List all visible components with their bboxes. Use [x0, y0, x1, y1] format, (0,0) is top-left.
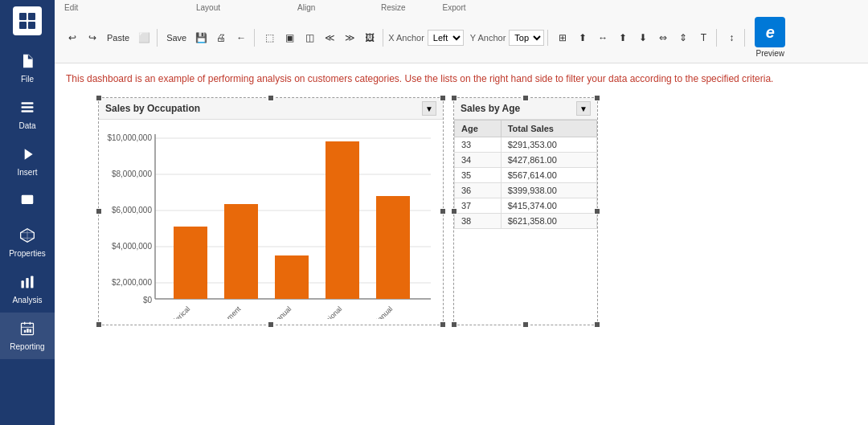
toolbar: Edit Layout Align Resize Export ↩ ↪ Past… — [55, 0, 868, 63]
info-text: This dashboard is an example of performi… — [66, 72, 857, 86]
handle-top-center[interactable] — [268, 95, 274, 101]
svg-rect-12 — [26, 278, 28, 288]
sidebar-item-data[interactable]: Data — [0, 92, 55, 138]
handle-middle-right[interactable] — [440, 208, 446, 215]
svg-rect-13 — [31, 276, 33, 288]
save-group: Save 💾 🖨 ← — [159, 29, 255, 47]
table-handle-top-right[interactable] — [594, 95, 600, 101]
sidebar-item-insert[interactable]: Insert — [0, 138, 55, 185]
insert-icon — [19, 146, 35, 165]
svg-rect-0 — [19, 13, 27, 20]
svg-rect-6 — [22, 110, 34, 112]
back-button[interactable]: ← — [231, 29, 251, 47]
align-left-btn[interactable]: ⊞ — [553, 29, 572, 47]
layout-btn3[interactable]: ◫ — [300, 29, 319, 47]
layout-btn5[interactable]: ≫ — [340, 29, 359, 47]
resize-to-text-btn[interactable]: T — [694, 29, 713, 47]
align-bottom-btn[interactable]: ⬇ — [633, 29, 653, 47]
content-area: This dashboard is an example of performi… — [55, 63, 868, 425]
handle-bottom-center[interactable] — [268, 321, 274, 328]
image-btn[interactable]: 🖼 — [360, 29, 379, 47]
cell-age: 35 — [455, 168, 502, 183]
sidebar-item-reporting[interactable]: Reporting — [0, 313, 55, 359]
sidebar-item-analysis[interactable]: Analysis — [0, 266, 55, 313]
preview-label: Preview — [756, 49, 785, 58]
table-handle-bottom-right[interactable] — [594, 321, 600, 328]
table-header-row: Age Total Sales — [455, 121, 597, 137]
undo-button[interactable]: ↩ — [63, 29, 82, 47]
print-button[interactable]: 🖨 — [211, 29, 231, 47]
align-center-v-btn[interactable]: ⬆ — [613, 29, 633, 47]
distribute-v-btn[interactable]: ⇕ — [674, 29, 693, 47]
layout-btn1[interactable]: ⬚ — [260, 29, 279, 47]
sidebar-item-message[interactable] — [0, 185, 55, 219]
col-age: Age — [455, 121, 502, 137]
table-row: 38$621,358.00 — [455, 214, 597, 229]
svg-rect-5 — [22, 106, 34, 108]
y-anchor-label: Y Anchor — [470, 33, 506, 43]
chart-title: Sales by Occupation — [105, 103, 200, 114]
export-group: e Preview — [747, 15, 793, 59]
y-anchor-select[interactable]: Top — [509, 30, 544, 46]
table-menu-button[interactable]: ▼ — [576, 101, 591, 116]
table-handle-top-center[interactable] — [522, 95, 529, 101]
table-handle-middle-left[interactable] — [451, 208, 457, 215]
data-icon — [19, 100, 35, 118]
svg-text:Skilled Manual: Skilled Manual — [355, 304, 394, 319]
svg-text:$10,000,000: $10,000,000 — [107, 133, 152, 142]
cell-age: 37 — [455, 198, 502, 214]
layout-btn2[interactable]: ▣ — [280, 29, 299, 47]
handle-bottom-right[interactable] — [440, 321, 446, 328]
chart-menu-button[interactable]: ▼ — [422, 101, 436, 116]
svg-text:Manual: Manual — [270, 304, 293, 319]
sales-age-table: Age Total Sales 33$291,353.0034$427,861.… — [454, 120, 597, 229]
table-handle-top-left[interactable] — [451, 95, 457, 101]
svg-rect-3 — [28, 22, 35, 29]
svg-rect-11 — [22, 280, 24, 288]
table-handle-middle-right[interactable] — [594, 208, 600, 215]
layout-group: ⬚ ▣ ◫ ≪ ≫ 🖼 — [256, 29, 383, 47]
x-anchor-select[interactable]: Left — [428, 30, 464, 46]
align-top-btn[interactable]: ⬆ — [573, 29, 592, 47]
edit-group: ↩ ↪ Paste ⬜ — [59, 29, 158, 47]
layout-btn4[interactable]: ≪ — [320, 29, 339, 47]
svg-text:$8,000,000: $8,000,000 — [112, 170, 152, 178]
table-row: 37$415,374.00 — [455, 198, 597, 214]
x-anchor-label: X Anchor — [388, 33, 424, 43]
table-handle-bottom-center[interactable] — [522, 321, 529, 328]
paste-button[interactable]: Paste — [103, 29, 133, 47]
sidebar-item-properties[interactable]: Properties — [0, 219, 55, 266]
sidebar-label-properties: Properties — [9, 249, 46, 258]
svg-text:$2,000,000: $2,000,000 — [112, 278, 152, 287]
bar-professional — [326, 141, 359, 299]
copy-button[interactable]: ⬜ — [134, 29, 154, 47]
sidebar-item-file[interactable]: File — [0, 45, 55, 92]
handle-bottom-left[interactable] — [96, 321, 102, 328]
toolbar-row-1: Edit Layout Align Resize Export — [59, 2, 863, 14]
handle-top-left[interactable] — [96, 95, 102, 101]
resize-group: ↕ — [719, 29, 745, 47]
resize-btn[interactable]: ↕ — [722, 29, 741, 47]
canvas-area: Sales by Occupation ▼ $10,000,000 $8,000… — [98, 97, 857, 325]
cell-age: 38 — [455, 214, 502, 229]
table-title: Sales by Age — [461, 103, 520, 114]
cell-sales: $427,861.00 — [501, 153, 596, 168]
save-button[interactable]: Save — [162, 29, 190, 47]
chart-body: $10,000,000 $8,000,000 $6,000,000 $4,000… — [99, 120, 443, 325]
handle-top-right[interactable] — [440, 95, 446, 101]
handle-middle-left[interactable] — [96, 208, 102, 215]
sidebar-label-insert: Insert — [17, 168, 37, 177]
distribute-h-btn[interactable]: ⇔ — [653, 29, 673, 47]
svg-text:$0: $0 — [143, 296, 153, 304]
reporting-icon — [19, 321, 35, 339]
cell-sales: $291,353.00 — [501, 137, 596, 153]
save-icon-button[interactable]: 💾 — [191, 29, 211, 47]
cell-sales: $415,374.00 — [501, 198, 596, 214]
redo-button[interactable]: ↪ — [83, 29, 102, 47]
table-header: Sales by Age ▼ — [454, 98, 597, 120]
cell-age: 34 — [455, 153, 502, 168]
align-center-h-btn[interactable]: ↔ — [593, 29, 612, 47]
preview-button[interactable]: e Preview — [750, 15, 790, 59]
bar-clerical — [174, 227, 207, 299]
table-handle-bottom-left[interactable] — [451, 321, 457, 328]
